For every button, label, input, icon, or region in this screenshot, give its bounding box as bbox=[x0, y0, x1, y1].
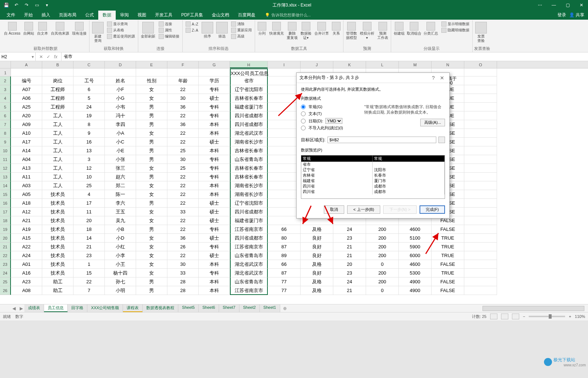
cell[interactable]: 技术员 bbox=[42, 216, 74, 225]
cell[interactable]: 辽宁省沈阳市 bbox=[230, 199, 268, 208]
cell[interactable]: A09 bbox=[11, 120, 42, 129]
zoom-slider[interactable] bbox=[529, 316, 565, 317]
header-cell[interactable]: 学历 bbox=[199, 76, 230, 85]
cell[interactable]: 良好 bbox=[301, 243, 333, 251]
cell[interactable]: 湖北省武汉市 bbox=[230, 269, 268, 277]
cell[interactable]: 23 bbox=[333, 269, 366, 277]
cell[interactable]: 4 bbox=[74, 190, 105, 199]
title-cell[interactable] bbox=[74, 68, 105, 76]
cell[interactable] bbox=[464, 129, 497, 138]
ribbon-现有连接[interactable]: 现有连接 bbox=[71, 21, 88, 36]
cell[interactable]: 17 bbox=[74, 199, 105, 208]
cell[interactable] bbox=[268, 138, 301, 146]
header-cell[interactable]: 岗位 bbox=[42, 76, 74, 85]
sheet-tab-Sheet2[interactable]: Sheet2 bbox=[239, 304, 260, 312]
cell[interactable] bbox=[268, 146, 301, 155]
ribbon-自文本[interactable]: 自文本 bbox=[36, 21, 49, 36]
cell[interactable]: 工程师 bbox=[42, 85, 74, 94]
cell[interactable] bbox=[464, 103, 497, 111]
cell[interactable] bbox=[268, 199, 301, 208]
cancel-button[interactable]: 取消 bbox=[324, 205, 344, 214]
cell[interactable]: 江苏省南京市 bbox=[230, 286, 268, 295]
row-header[interactable]: 21 bbox=[0, 243, 11, 251]
radio-date[interactable] bbox=[301, 119, 306, 123]
col-header-A[interactable]: A bbox=[11, 61, 42, 68]
cell[interactable]: 24 bbox=[333, 225, 366, 234]
cell[interactable] bbox=[268, 111, 301, 120]
cell[interactable]: 小E bbox=[105, 146, 136, 155]
cell[interactable]: 技术员 bbox=[42, 234, 74, 243]
cell[interactable]: 23 bbox=[333, 234, 366, 243]
cell[interactable]: 18 bbox=[74, 225, 105, 234]
row-header[interactable]: 24 bbox=[0, 269, 11, 277]
sheet-tab-数据透视表教程[interactable]: 数据透视表教程 bbox=[143, 304, 178, 312]
header-cell[interactable]: 年龄 bbox=[167, 76, 199, 85]
cell[interactable]: 小明 bbox=[105, 286, 136, 295]
cell[interactable]: 200 bbox=[366, 269, 399, 277]
minimize-icon[interactable]: — bbox=[547, 0, 560, 10]
ribbon-自网站[interactable]: 自网站 bbox=[22, 21, 35, 36]
zoom-out-button[interactable]: − bbox=[523, 314, 525, 319]
cell[interactable]: FALSE bbox=[432, 286, 464, 295]
row-header[interactable]: 15 bbox=[0, 190, 11, 199]
cell[interactable]: A03 bbox=[11, 181, 42, 190]
cell[interactable] bbox=[464, 199, 497, 208]
cell[interactable]: 工人 bbox=[42, 155, 74, 164]
cell[interactable]: 小B bbox=[105, 225, 136, 234]
cell[interactable]: 200 bbox=[366, 251, 399, 260]
cell[interactable]: 本科 bbox=[199, 146, 230, 155]
cell[interactable]: 硕士 bbox=[199, 94, 230, 103]
cell[interactable]: 3 bbox=[74, 155, 105, 164]
cell[interactable]: 200 bbox=[366, 277, 399, 286]
tab-file[interactable]: 文件 bbox=[2, 11, 20, 20]
cell[interactable] bbox=[268, 181, 301, 190]
cell[interactable]: 湖北省武汉市 bbox=[230, 129, 268, 138]
cell[interactable]: A25 bbox=[11, 103, 42, 111]
row-header[interactable]: 9 bbox=[0, 138, 11, 146]
cell[interactable]: 专科 bbox=[199, 243, 230, 251]
cell[interactable]: 66 bbox=[268, 260, 301, 269]
header-cell[interactable]: 性别 bbox=[136, 76, 167, 85]
cell[interactable]: A07 bbox=[11, 85, 42, 94]
header-cell[interactable]: 编号 bbox=[11, 76, 42, 85]
row-header[interactable]: 20 bbox=[0, 234, 11, 243]
cell[interactable]: 23 bbox=[74, 251, 105, 260]
cell[interactable]: 工人 bbox=[42, 120, 74, 129]
cell[interactable]: 本科 bbox=[199, 286, 230, 295]
cell[interactable] bbox=[464, 173, 497, 181]
enter-formula-icon[interactable]: ✓ bbox=[45, 54, 52, 59]
ribbon-合并计算[interactable]: 合并计算 bbox=[313, 21, 330, 36]
cell[interactable]: 22 bbox=[167, 190, 199, 199]
ribbon-连接[interactable]: 连接 bbox=[157, 21, 181, 27]
cell[interactable]: 专科 bbox=[199, 225, 230, 234]
ribbon-最近使用的源[interactable]: 最近使用的源 bbox=[106, 34, 136, 39]
col-header-B[interactable]: B bbox=[42, 61, 74, 68]
cell[interactable] bbox=[464, 260, 497, 269]
cell[interactable]: 助工 bbox=[42, 277, 74, 286]
cell[interactable]: 20 bbox=[333, 260, 366, 269]
col-header-J[interactable]: J bbox=[301, 61, 333, 68]
cancel-formula-icon[interactable]: ✕ bbox=[38, 54, 44, 59]
cell[interactable]: 技术员 bbox=[42, 269, 74, 277]
cell[interactable]: 男 bbox=[136, 146, 167, 155]
tab-插入[interactable]: 插入 bbox=[37, 11, 55, 20]
cell[interactable] bbox=[464, 181, 497, 190]
cell[interactable]: 山东省青岛市 bbox=[230, 277, 268, 286]
ribbon-隐藏明细数据[interactable]: 隐藏明细数据 bbox=[440, 27, 471, 33]
share-link[interactable]: 👤 共享 bbox=[569, 12, 584, 18]
ribbon-分类汇总[interactable]: 分类汇总 bbox=[422, 21, 439, 36]
row-header[interactable]: 16 bbox=[0, 199, 11, 208]
dialog-close-icon[interactable]: ✕ bbox=[438, 75, 446, 81]
sheet-tab-Sheet7[interactable]: Sheet7 bbox=[219, 304, 239, 312]
radio-date-label[interactable]: 日期(D): bbox=[309, 118, 323, 124]
cell[interactable]: 张三 bbox=[105, 164, 136, 173]
cell[interactable]: 女 bbox=[136, 216, 167, 225]
cell[interactable]: 女 bbox=[136, 85, 167, 94]
cell[interactable]: 工人 bbox=[42, 138, 74, 146]
cell[interactable]: 江苏省南京市 bbox=[230, 243, 268, 251]
cell[interactable]: A19 bbox=[11, 225, 42, 234]
clear-filter-button[interactable]: 清除 bbox=[230, 21, 253, 27]
cell[interactable]: A11 bbox=[11, 173, 42, 181]
ribbon-关系[interactable]: 关系 bbox=[331, 21, 342, 36]
cell[interactable]: 8 bbox=[74, 120, 105, 129]
